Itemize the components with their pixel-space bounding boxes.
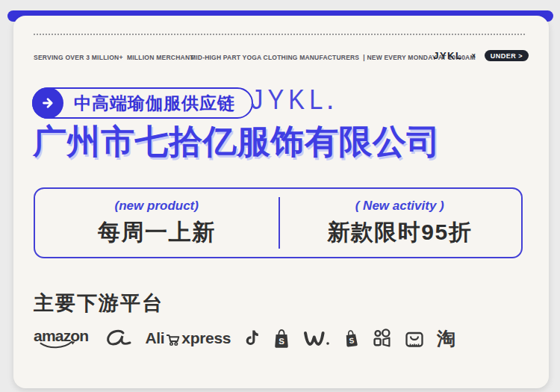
- promo-banner: SERVING OVER 3 MILLION+ MILLION MERCHANT…: [0, 0, 560, 392]
- amazon-logo: amazon: [34, 327, 88, 349]
- jykl-period: .: [327, 89, 332, 113]
- arrow-right-icon: [32, 87, 63, 119]
- under-badge-button[interactable]: UNDER >: [485, 50, 529, 61]
- platforms-heading: 主要下游平台: [34, 290, 164, 317]
- alibaba-icon: [101, 329, 132, 348]
- shopee-icon: S: [273, 329, 290, 349]
- jykl-wordmark: JYKL.: [251, 84, 333, 116]
- taobao-logo: 淘: [437, 326, 455, 351]
- pill-label: 中高端瑜伽服供应链: [74, 92, 235, 115]
- kwai-icon: [373, 329, 392, 348]
- highlights-box: (new product) 每周一上新 ( New activity ) 新款限…: [34, 187, 523, 258]
- content-card: SERVING OVER 3 MILLION+ MILLION MERCHANT…: [13, 16, 549, 388]
- collab-x-label: X: [471, 52, 475, 59]
- header-brand-group: JYKL X UNDER >: [433, 50, 529, 61]
- jykl-letters: JYKL: [251, 84, 327, 115]
- amazon-smile-icon: [40, 341, 75, 350]
- aliexpress-prefix: Ali: [145, 329, 164, 347]
- aliexpress-suffix: xpress: [181, 329, 231, 347]
- platform-logo-row: amazon Ali xpress: [34, 322, 455, 355]
- cart-icon: [166, 334, 181, 346]
- header-left-text: SERVING OVER 3 MILLION+ MILLION MERCHANT: [34, 54, 194, 61]
- wish-icon: [303, 330, 330, 346]
- dashed-divider: [34, 34, 525, 35]
- highlight-new-activity: ( New activity ) 新款限时95折: [279, 189, 522, 257]
- shopify-icon: S: [343, 329, 360, 349]
- highlight-divider: [279, 197, 280, 249]
- highlight-right-title: 新款限时95折: [327, 217, 472, 248]
- lazada-icon: [405, 329, 424, 348]
- shopee-letter: S: [279, 336, 284, 345]
- brand-wordmark: JYKL: [433, 50, 462, 61]
- highlight-left-title: 每周一上新: [98, 217, 216, 248]
- tiktok-icon: [243, 329, 260, 348]
- supply-chain-pill-button[interactable]: 中高端瑜伽服供应链: [32, 87, 253, 119]
- aliexpress-logo: Ali xpress: [145, 329, 231, 347]
- highlight-right-tag: ( New activity ): [355, 199, 444, 214]
- company-name-title: 广州市七拾亿服饰有限公司: [33, 119, 441, 164]
- highlight-left-tag: (new product): [115, 199, 199, 214]
- highlight-new-product: (new product) 每周一上新: [35, 189, 279, 257]
